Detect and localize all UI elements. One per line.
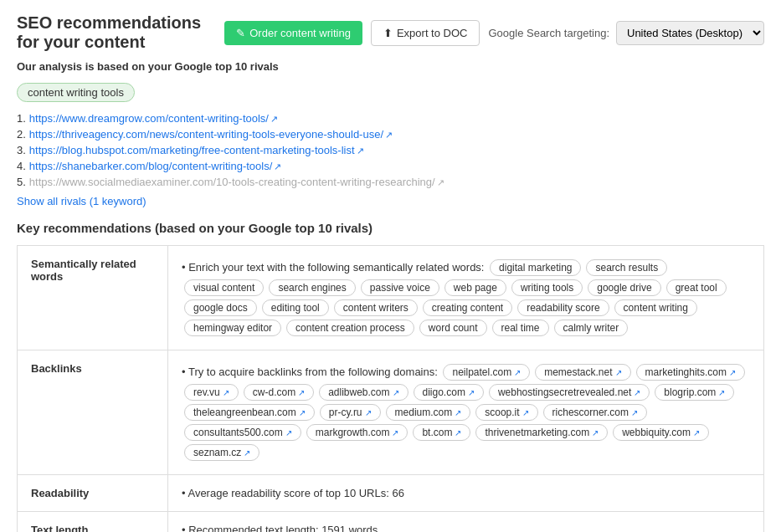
table-row: Semantically related words• Enrich your …	[18, 246, 764, 350]
domain-tag: medium.com↗	[386, 404, 471, 421]
external-link-icon: ↗	[455, 428, 461, 437]
external-link-icon: ↗	[634, 388, 640, 397]
external-link-icon: ↗	[244, 448, 250, 458]
related-word-tag: great tool	[666, 279, 727, 296]
external-link-icon: ↗	[274, 161, 281, 171]
domain-tag: theleangreenbean.com↗	[184, 404, 315, 421]
external-link-icon: ↗	[514, 368, 521, 377]
external-link-icon: ↗	[298, 388, 305, 397]
external-link-icon: ↗	[299, 408, 306, 417]
related-word-tag: creating content	[423, 299, 512, 316]
row-content: • Try to acquire backlinks from the foll…	[168, 350, 764, 475]
bullet-text: • Recommended text length:	[182, 524, 321, 532]
external-link-icon: ↗	[285, 428, 292, 437]
related-word-tag: google docs	[184, 299, 257, 316]
export-icon: ⬆	[383, 27, 393, 39]
external-link-icon: ↗	[392, 428, 398, 437]
external-link-icon: ↗	[631, 408, 638, 417]
rival-link[interactable]: https://www.socialmediaexaminer.com/10-t…	[29, 176, 435, 188]
external-link-icon: ↗	[615, 368, 622, 377]
external-link-icon: ↗	[718, 388, 725, 397]
recommendations-table: Semantically related words• Enrich your …	[17, 245, 764, 532]
bullet-text: • Try to acquire backlinks from the foll…	[182, 366, 440, 378]
key-recommendations-title: Key recommendations (based on your Googl…	[17, 221, 764, 235]
related-word-tag: real time	[492, 320, 549, 336]
row-label: Backlinks	[18, 350, 168, 475]
row-content: • Enrich your text with the following se…	[168, 246, 764, 350]
rivals-list: 1.https://www.dreamgrow.com/content-writ…	[17, 112, 764, 188]
rival-link[interactable]: https://www.dreamgrow.com/content-writin…	[29, 112, 269, 125]
row-content: • Recommended text length: 1591 words	[168, 512, 764, 533]
external-link-icon: ↗	[223, 388, 229, 397]
domain-tag: webbiquity.com↗	[613, 424, 709, 441]
domain-tag: seznam.cz↗	[184, 444, 259, 461]
google-targeting-label: Google Search targeting:	[488, 27, 609, 39]
row-label: Text length	[18, 512, 168, 533]
external-link-icon: ↗	[270, 114, 278, 124]
related-word-tag: content creation process	[286, 320, 414, 336]
bullet-text: • Enrich your text with the following se…	[182, 261, 487, 274]
external-link-icon: ↗	[365, 408, 372, 417]
related-word-tag: web page	[444, 279, 506, 296]
external-link-icon: ↗	[385, 130, 393, 140]
domain-tag: memestack.net↗	[535, 364, 630, 381]
external-link-icon: ↗	[437, 177, 444, 187]
analysis-note: Our analysis is based on your Google top…	[17, 60, 764, 73]
row-value: 66	[392, 487, 403, 499]
domain-tag: thrivenetmarketing.com↗	[475, 424, 608, 441]
rival-link[interactable]: https://blog.hubspot.com/marketing/free-…	[29, 144, 355, 156]
table-row: Backlinks• Try to acquire backlinks from…	[18, 350, 764, 475]
related-word-tag: word count	[419, 320, 487, 336]
rival-link[interactable]: https://shanebarker.com/blog/content-wri…	[29, 160, 272, 172]
keyword-badge: content writing tools	[17, 83, 135, 102]
google-targeting-select[interactable]: United States (Desktop)	[616, 21, 764, 45]
related-word-tag: writing tools	[511, 279, 583, 296]
related-word-tag: content writers	[334, 299, 418, 316]
page-title: SEO recommendations for your content	[17, 13, 216, 52]
table-row: Readability• Average readability score o…	[18, 475, 764, 512]
rival-item: 1.https://www.dreamgrow.com/content-writ…	[17, 112, 764, 125]
export-doc-button[interactable]: ⬆ Export to DOC	[371, 20, 480, 46]
external-link-icon: ↗	[357, 146, 364, 156]
rival-link[interactable]: https://thriveagency.com/news/content-wr…	[29, 128, 383, 141]
domain-tag: rev.vu↗	[184, 384, 239, 401]
domain-tag: neilpatel.com↗	[443, 364, 530, 381]
table-row: Text length• Recommended text length: 15…	[18, 512, 764, 533]
related-word-tag: calmly writer	[554, 320, 629, 336]
domain-tag: marketinghits.com↗	[636, 364, 745, 381]
domain-tag: scoop.it↗	[475, 404, 537, 421]
order-icon: ✎	[236, 27, 245, 39]
domain-tag: adlibweb.com↗	[319, 384, 408, 401]
related-word-tag: readability score	[517, 299, 609, 316]
related-word-tag: editing tool	[262, 299, 329, 316]
related-word-tag: hemingway editor	[184, 320, 281, 336]
domain-tag: blogrip.com↗	[655, 384, 734, 401]
row-label: Semantically related words	[18, 246, 168, 350]
domain-tag: diigo.com↗	[414, 384, 484, 401]
external-link-icon: ↗	[729, 368, 736, 377]
external-link-icon: ↗	[522, 408, 529, 417]
related-word-tag: content writing	[614, 299, 697, 316]
rival-item: 5.https://www.socialmediaexaminer.com/10…	[17, 176, 764, 188]
row-value: 1591 words	[321, 524, 378, 532]
domain-tag: richescorner.com↗	[543, 404, 647, 421]
domain-tag: consultants500.com↗	[184, 424, 301, 441]
related-word-tag: search engines	[269, 279, 355, 296]
header: SEO recommendations for your content ✎ O…	[17, 13, 764, 52]
row-label: Readability	[18, 475, 168, 512]
domain-tag: cw-d.com↗	[244, 384, 314, 401]
related-word-tag: visual content	[184, 279, 264, 296]
domain-tag: bt.com↗	[413, 424, 470, 441]
external-link-icon: ↗	[693, 428, 700, 437]
related-word-tag: google drive	[588, 279, 660, 296]
bullet-text: • Average readability score of top 10 UR…	[182, 487, 392, 499]
external-link-icon: ↗	[468, 388, 475, 397]
google-targeting-section: Google Search targeting: United States (…	[488, 21, 764, 45]
show-all-rivals-link[interactable]: Show all rivals (1 keyword)	[17, 195, 146, 207]
order-content-button[interactable]: ✎ Order content writing	[224, 21, 362, 45]
rival-item: 4.https://shanebarker.com/blog/content-w…	[17, 160, 764, 172]
rival-item: 2.https://thriveagency.com/news/content-…	[17, 128, 764, 141]
rival-item: 3.https://blog.hubspot.com/marketing/fre…	[17, 144, 764, 156]
domain-tag: webhostingsecretrevealed.net↗	[489, 384, 650, 401]
row-content: • Average readability score of top 10 UR…	[168, 475, 764, 512]
